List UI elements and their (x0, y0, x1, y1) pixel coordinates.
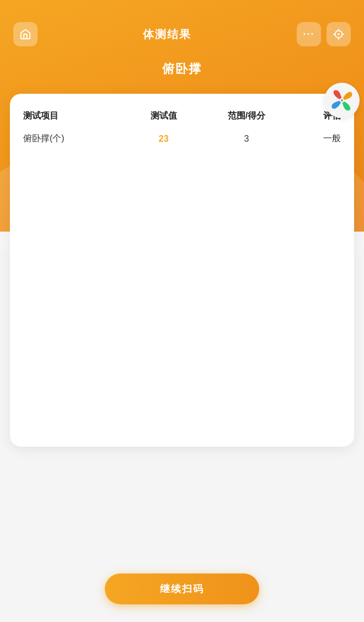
header-actions: ··· (297, 22, 351, 46)
cell-range: 3 (198, 130, 296, 148)
home-button[interactable] (13, 22, 38, 46)
scan-icon (333, 28, 345, 40)
cell-item: 俯卧撑(个) (23, 130, 130, 148)
exercise-title: 俯卧撑 (162, 62, 202, 76)
result-card: 测试项目 测试值 范围/得分 评估 俯卧撑(个)233一般 (10, 94, 354, 447)
subtitle-area: 俯卧撑 (0, 50, 364, 94)
svg-point-7 (341, 99, 343, 101)
header: 体测结果 ··· (0, 0, 364, 50)
table-header-row: 测试项目 测试值 范围/得分 评估 (23, 110, 341, 130)
table-row: 俯卧撑(个)233一般 (23, 130, 341, 148)
scan-button[interactable] (326, 22, 351, 46)
home-icon (19, 28, 31, 40)
result-card-wrapper: 测试项目 测试值 范围/得分 评估 俯卧撑(个)233一般 (10, 94, 354, 447)
page-title: 体测结果 (143, 27, 191, 42)
col-header-item: 测试项目 (23, 110, 130, 130)
col-header-value: 测试值 (130, 110, 198, 130)
windmill-icon (329, 88, 355, 113)
continue-scan-button[interactable]: 继续扫码 (105, 573, 259, 604)
badge-icon (324, 83, 360, 118)
col-header-range: 范围/得分 (198, 110, 296, 130)
bottom-bar: 继续扫码 (0, 556, 364, 622)
results-table: 测试项目 测试值 范围/得分 评估 俯卧撑(个)233一般 (23, 110, 341, 148)
svg-point-1 (338, 33, 340, 35)
dots-icon: ··· (303, 29, 314, 40)
cell-evaluation: 一般 (295, 130, 341, 148)
more-button[interactable]: ··· (297, 22, 321, 46)
cell-value: 23 (130, 130, 198, 148)
